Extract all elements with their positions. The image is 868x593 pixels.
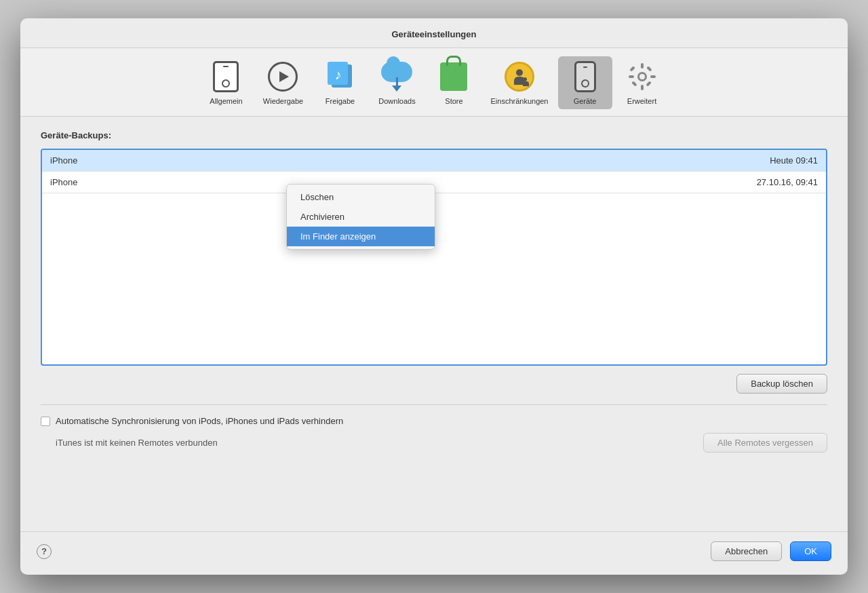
svg-rect-7	[646, 81, 651, 86]
content-area: Geräte-Backups: iPhone Heute 09:41 iPhon…	[20, 117, 848, 531]
svg-rect-2	[641, 63, 644, 69]
toolbar-item-downloads[interactable]: Downloads	[370, 56, 424, 109]
table-row[interactable]: iPhone Heute 09:41	[42, 150, 826, 172]
toolbar-label-freigabe: Freigabe	[326, 97, 355, 105]
context-menu-item-loeschen[interactable]: Löschen	[287, 187, 435, 207]
toolbar-item-geraete[interactable]: Geräte	[558, 56, 612, 109]
help-button[interactable]: ?	[37, 544, 52, 559]
sync-checkbox[interactable]	[41, 417, 50, 426]
sync-checkbox-row: Automatische Synchronisierung von iPods,…	[41, 416, 827, 426]
divider	[41, 404, 827, 405]
toolbar-label-wiedergabe: Wiedergabe	[263, 97, 303, 105]
toolbar-item-allgemein[interactable]: Allgemein	[199, 56, 253, 109]
context-menu-item-archivieren[interactable]: Archivieren	[287, 207, 435, 227]
svg-rect-8	[646, 66, 652, 71]
footer-buttons: Abbrechen OK	[711, 541, 831, 561]
dialog-title: Geräteeinstellungen	[20, 18, 848, 48]
toolbar-item-einschraenkungen[interactable]: Einschränkungen	[484, 56, 555, 109]
einschraenkungen-icon	[503, 60, 536, 93]
backup-date: Heute 09:41	[770, 155, 818, 166]
wiedergabe-icon	[267, 60, 299, 93]
cancel-button[interactable]: Abbrechen	[711, 541, 782, 561]
backup-delete-button[interactable]: Backup löschen	[736, 374, 827, 394]
context-menu-item-finder[interactable]: Im Finder anzeigen	[287, 227, 435, 246]
toolbar: Allgemein Wiedergabe ♪ Freigabe	[20, 48, 848, 117]
toolbar-label-einschraenkungen: Einschränkungen	[490, 97, 548, 105]
dialog-footer: ? Abbrechen OK	[20, 531, 848, 575]
svg-rect-5	[650, 75, 656, 78]
remotes-row: iTunes ist mit keinen Remotes verbunden …	[41, 433, 827, 453]
context-menu: Löschen Archivieren Im Finder anzeigen	[286, 184, 435, 250]
ok-button[interactable]: OK	[790, 541, 831, 561]
store-icon	[437, 60, 470, 93]
toolbar-label-geraete: Geräte	[574, 97, 597, 105]
backup-list[interactable]: iPhone Heute 09:41 iPhone 27.10.16, 09:4…	[41, 149, 827, 366]
section-title: Geräte-Backups:	[41, 130, 827, 140]
sync-label: Automatische Synchronisierung von iPods,…	[56, 416, 343, 426]
toolbar-label-downloads: Downloads	[378, 97, 415, 105]
svg-rect-6	[629, 66, 635, 71]
downloads-icon	[380, 60, 413, 93]
toolbar-label-allgemein: Allgemein	[210, 97, 242, 105]
toolbar-item-freigabe[interactable]: ♪ Freigabe	[313, 56, 367, 109]
svg-rect-4	[629, 75, 634, 78]
backup-date: 27.10.16, 09:41	[757, 177, 818, 187]
backup-actions: Backup löschen	[41, 374, 827, 394]
toolbar-item-erweitert[interactable]: Erweitert	[615, 56, 669, 109]
svg-point-1	[639, 74, 645, 79]
erweitert-icon	[626, 60, 658, 93]
remotes-button[interactable]: Alle Remotes vergessen	[703, 433, 827, 453]
device-name: iPhone	[50, 155, 770, 166]
remotes-text: iTunes ist mit keinen Remotes verbunden	[56, 438, 218, 448]
freigabe-icon: ♪	[323, 60, 356, 93]
toolbar-item-wiedergabe[interactable]: Wiedergabe	[256, 56, 310, 109]
svg-rect-3	[641, 85, 644, 90]
toolbar-item-store[interactable]: Store	[427, 56, 481, 109]
geraete-icon	[569, 60, 601, 93]
dialog-window: Geräteeinstellungen Allgemein Wiedergabe…	[20, 18, 848, 575]
allgemein-icon	[210, 60, 242, 93]
toolbar-label-store: Store	[445, 97, 462, 105]
toolbar-label-erweitert: Erweitert	[627, 97, 656, 105]
svg-rect-9	[631, 81, 637, 86]
